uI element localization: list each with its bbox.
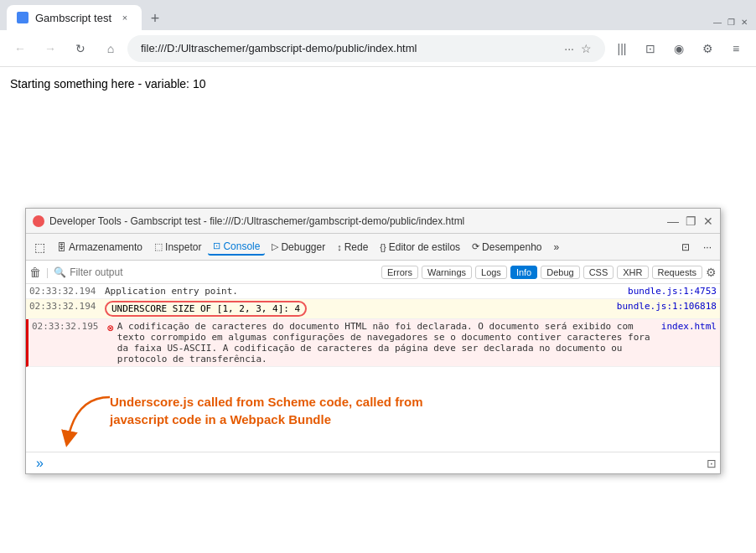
- message-2: UNDERSCORE SIZE OF [1, 2, 3, 4]: 4: [105, 301, 610, 317]
- address-text: file:///D:/Ultraschemer/gambscript-demo/…: [141, 42, 557, 54]
- annotation-line1: Underscore.js called from Scheme code, c…: [110, 393, 703, 411]
- profile-button[interactable]: ◉: [665, 35, 692, 62]
- error-icon: ⊗: [107, 322, 114, 334]
- devtools-toolbar: ⬚ 🗄 Armazenamento ⬚ Inspetor ⊡ Console ▷…: [26, 234, 720, 261]
- new-tab-button[interactable]: +: [143, 7, 167, 30]
- page-heading: Starting something here - variable: 10: [10, 77, 746, 90]
- devtools-title-text: Developer Tools - Gambscript test - file…: [49, 215, 662, 227]
- warnings-filter-button[interactable]: Warnings: [422, 266, 472, 279]
- copy-icon[interactable]: ⊡: [707, 457, 717, 470]
- window-controls: — ❐ ✕: [712, 17, 749, 30]
- forward-button[interactable]: →: [37, 35, 64, 62]
- devtools-undock-button[interactable]: ⊡: [676, 240, 695, 255]
- console-toolbar: 🗑 | 🔍 Errors Warnings Logs Info Debug CS…: [26, 261, 720, 284]
- minimize-button[interactable]: —: [712, 17, 722, 27]
- annotation-area: Underscore.js called from Scheme code, c…: [26, 385, 720, 452]
- browser-window: Gambscript test × + — ❐ ✕ ← → ↻ ⌂ file:/…: [0, 0, 756, 553]
- tab-favicon: [17, 12, 28, 23]
- restore-button[interactable]: ❐: [726, 17, 736, 27]
- console-gear-icon[interactable]: ⚙: [706, 266, 717, 279]
- devtools-panel: Developer Tools - Gambscript test - file…: [25, 208, 721, 474]
- xhr-filter-button[interactable]: XHR: [617, 266, 648, 279]
- inspector-label: Inspetor: [165, 241, 201, 253]
- devtools-network-button[interactable]: ↕ Rede: [332, 240, 373, 255]
- source-2[interactable]: bundle.js:1:106818: [617, 301, 717, 312]
- menu-button[interactable]: ≡: [722, 35, 749, 62]
- console-bottom-bar: » ⊡: [26, 452, 720, 473]
- message-3: A codificação de caracteres do documento…: [117, 321, 655, 364]
- info-filter-button[interactable]: Info: [510, 266, 537, 279]
- annotation-text: Underscore.js called from Scheme code, c…: [110, 393, 703, 428]
- devtools-console-button[interactable]: ⊡ Console: [208, 239, 265, 256]
- address-bar[interactable]: file:///D:/Ultraschemer/gambscript-demo/…: [127, 35, 605, 62]
- nav-icons: ||| ⊡ ◉ ⚙ ≡: [608, 35, 749, 62]
- debugger-label: Debugger: [281, 241, 325, 253]
- highlight-message: UNDERSCORE SIZE OF [1, 2, 3, 4]: 4: [105, 301, 307, 317]
- devtools-inspector-button[interactable]: ⬚ Inspetor: [149, 240, 206, 255]
- devtools-favicon: [33, 215, 44, 227]
- tab-title: Gambscript test: [35, 12, 111, 24]
- console-row-3: 02:33:32.195 ⊗ A codificação de caracter…: [26, 319, 720, 367]
- close-button[interactable]: ✕: [739, 17, 749, 27]
- errors-filter-button[interactable]: Errors: [381, 266, 418, 279]
- debug-filter-button[interactable]: Debug: [541, 266, 579, 279]
- devtools-restore-button[interactable]: ❐: [686, 214, 696, 228]
- console-row-1: 02:33:32.194 Application entry point. bu…: [26, 284, 720, 299]
- console-output: 02:33:32.194 Application entry point. bu…: [26, 284, 720, 385]
- devtools-inspect-button[interactable]: ⬚: [29, 239, 50, 256]
- home-button[interactable]: ⌂: [97, 35, 124, 62]
- timestamp-2: 02:33:32.194: [29, 301, 105, 312]
- address-more-icon[interactable]: ···: [564, 42, 574, 55]
- annotation-line2: javascript code in a Webpack Bundle: [110, 411, 703, 428]
- source-3[interactable]: index.html: [661, 321, 717, 332]
- devtools-win-buttons: — ❐ ✕: [667, 214, 713, 228]
- bookmark-icon[interactable]: ☆: [581, 42, 592, 55]
- tab-search-button[interactable]: ⊡: [637, 35, 664, 62]
- active-tab[interactable]: Gambscript test ×: [7, 5, 142, 30]
- console-label: Console: [223, 240, 260, 252]
- devtools-more-tools-button[interactable]: »: [548, 240, 564, 255]
- devtools-debugger-button[interactable]: ▷ Debugger: [267, 240, 330, 255]
- message-1: Application entry point.: [105, 286, 621, 297]
- requests-filter-button[interactable]: Requests: [652, 266, 702, 279]
- settings-button[interactable]: ⚙: [694, 35, 721, 62]
- storage-label: Armazenamento: [69, 241, 142, 253]
- devtools-performance-button[interactable]: ⟳ Desempenho: [467, 240, 546, 255]
- devtools-storage-button[interactable]: 🗄 Armazenamento: [52, 240, 148, 255]
- reload-button[interactable]: ↻: [67, 35, 94, 62]
- back-button[interactable]: ←: [7, 35, 34, 62]
- page-content: Starting something here - variable: 10 D…: [0, 67, 756, 553]
- devtools-title-bar: Developer Tools - Gambscript test - file…: [26, 209, 720, 234]
- timestamp-1: 02:33:32.194: [29, 286, 105, 297]
- devtools-close-button[interactable]: ✕: [703, 214, 713, 228]
- timestamp-3: 02:33:32.195: [32, 321, 107, 332]
- source-1[interactable]: bundle.js:1:4753: [628, 286, 717, 297]
- performance-label: Desempenho: [482, 241, 541, 253]
- console-row-2: 02:33:32.194 UNDERSCORE SIZE OF [1, 2, 3…: [26, 299, 720, 319]
- filter-input[interactable]: [70, 266, 378, 278]
- expand-icon[interactable]: »: [29, 452, 50, 474]
- styles-label: Editor de estilos: [389, 241, 460, 253]
- collections-button[interactable]: |||: [608, 35, 635, 62]
- annotation-arrow: [60, 393, 127, 452]
- devtools-styles-button[interactable]: {} Editor de estilos: [375, 240, 465, 255]
- nav-bar: ← → ↻ ⌂ file:///D:/Ultraschemer/gambscri…: [0, 30, 756, 67]
- trash-icon[interactable]: 🗑: [29, 266, 41, 279]
- tab-bar: Gambscript test × + — ❐ ✕: [0, 0, 756, 30]
- css-filter-button[interactable]: CSS: [583, 266, 614, 279]
- logs-filter-button[interactable]: Logs: [475, 266, 507, 279]
- devtools-minimize-button[interactable]: —: [667, 214, 679, 228]
- devtools-options-button[interactable]: ···: [698, 240, 717, 255]
- network-label: Rede: [344, 241, 369, 253]
- tab-close-button[interactable]: ×: [118, 11, 132, 24]
